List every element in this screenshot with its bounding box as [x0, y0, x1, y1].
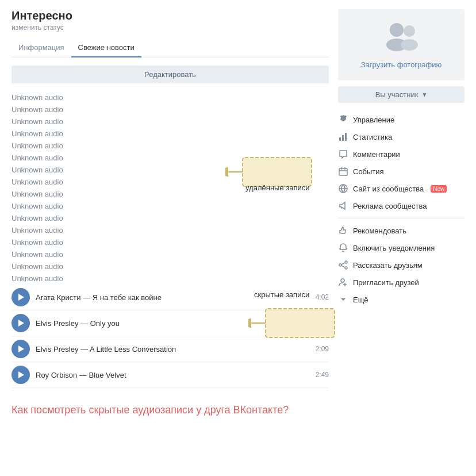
unknown-list-wrapper: Unknown audio Unknown audio Unknown audi…: [11, 91, 329, 388]
audio-info-0: Агата Кристи — Я на тебе как войне: [36, 293, 310, 302]
svg-point-9: [401, 39, 418, 51]
sidebar-item-invite[interactable]: Пригласить друзей: [338, 274, 465, 291]
list-item: Unknown audio: [11, 164, 329, 176]
member-chevron-icon: ▼: [421, 91, 427, 98]
sidebar-item-manage[interactable]: Управление: [338, 111, 465, 128]
audio-title-3: Roy Orbison — Blue Velvet: [36, 371, 126, 379]
audio-track-0: Агата Кристи — Я на тебе как войне 4:02: [11, 285, 329, 310]
member-button[interactable]: Вы участник ▼: [338, 86, 465, 103]
left-panel: Интересно изменить статус Информация Све…: [11, 9, 329, 388]
list-item: Unknown audio: [11, 103, 329, 116]
bell-icon: [338, 243, 348, 253]
list-item: Unknown audio: [11, 116, 329, 128]
svg-point-8: [404, 25, 415, 37]
sidebar-label-more: Ещё: [353, 295, 368, 304]
audio-tracks-section: Агата Кристи — Я на тебе как войне 4:02 …: [11, 285, 329, 388]
share-icon: [338, 260, 348, 270]
svg-point-18: [345, 261, 347, 263]
audio-duration-1: 2:44: [316, 319, 329, 327]
svg-point-20: [345, 267, 347, 269]
unknown-audio-section: Unknown audio Unknown audio Unknown audi…: [11, 91, 329, 285]
member-label: Вы участник: [375, 90, 419, 99]
edit-button[interactable]: Редактировать: [11, 66, 329, 83]
sidebar-label-share: Рассказать друзьям: [353, 261, 423, 270]
svg-rect-12: [345, 133, 347, 141]
group-avatar-icon: [381, 21, 422, 55]
sidebar-label-manage: Управление: [353, 116, 394, 124]
sidebar-label-stats: Статистика: [353, 133, 392, 141]
bottom-question: Как посмотреть скрытые аудиозаписи у дру…: [0, 397, 476, 425]
svg-line-21: [341, 263, 345, 264]
thumb-icon: [338, 225, 348, 236]
play-button-0[interactable]: [11, 288, 30, 306]
list-item: Unknown audio: [11, 128, 329, 140]
list-item: Unknown audio: [11, 224, 329, 236]
audio-title-1: Elvis Presley — Only you: [36, 319, 120, 328]
svg-point-6: [390, 23, 404, 37]
chevron-down-icon: [338, 294, 348, 305]
new-badge: New: [431, 185, 447, 193]
audio-title-0: Агата Кристи — Я на тебе как войне: [36, 293, 162, 302]
sidebar-label-events: События: [353, 167, 384, 176]
audio-info-2: Elvis Presley — A Little Less Conversati…: [36, 345, 310, 354]
list-item: Unknown audio: [11, 260, 329, 272]
list-item: Unknown audio: [11, 236, 329, 248]
comment-icon: [338, 149, 348, 159]
sidebar-item-more[interactable]: Ещё: [338, 291, 465, 308]
audio-title-2: Elvis Presley — A Little Less Conversati…: [36, 345, 176, 354]
sidebar-item-events[interactable]: События: [338, 163, 465, 180]
sidebar-item-share[interactable]: Рассказать друзьям: [338, 256, 465, 274]
upload-photo-button[interactable]: Загрузить фотографию: [361, 60, 442, 69]
calendar-icon: [338, 166, 348, 176]
group-status[interactable]: изменить статус: [11, 24, 329, 32]
sidebar-label-invite: Пригласить друзей: [353, 278, 419, 287]
play-button-1[interactable]: [11, 314, 30, 332]
list-item: Unknown audio: [11, 188, 329, 200]
list-item: Unknown audio: [11, 248, 329, 260]
megaphone-icon: [338, 201, 348, 211]
svg-line-22: [341, 266, 345, 267]
sidebar-label-website: Сайт из сообщества: [353, 185, 424, 193]
play-button-2[interactable]: [11, 340, 30, 358]
list-item: Unknown audio: [11, 140, 329, 152]
sidebar-label-ads: Реклама сообщества: [353, 202, 427, 210]
svg-point-23: [341, 279, 344, 282]
tab-info[interactable]: Информация: [11, 39, 71, 57]
list-item: Unknown audio: [11, 91, 329, 103]
globe-icon: [338, 183, 348, 194]
audio-duration-2: 2:09: [316, 345, 329, 353]
svg-rect-11: [342, 135, 344, 141]
tab-news[interactable]: Свежие новости: [71, 39, 141, 57]
sidebar-menu: Управление Статистика Комментарии Событи…: [338, 111, 465, 308]
audio-track-1: Elvis Presley — Only you 2:44: [11, 310, 329, 336]
sidebar-label-notify: Включить уведомления: [353, 244, 435, 252]
sidebar-item-recommend[interactable]: Рекомендовать: [338, 222, 465, 239]
sidebar-label-recommend: Рекомендовать: [353, 227, 406, 235]
sidebar-item-notify[interactable]: Включить уведомления: [338, 239, 465, 256]
unknown-audio-list: Unknown audio Unknown audio Unknown audi…: [11, 91, 329, 285]
list-item: Unknown audio: [11, 212, 329, 224]
tabs-bar: Информация Свежие новости: [11, 39, 329, 57]
audio-track-2: Elvis Presley — A Little Less Conversati…: [11, 336, 329, 362]
group-title: Интересно: [11, 9, 329, 22]
person-add-icon: [338, 277, 348, 287]
audio-track-3: Roy Orbison — Blue Velvet 2:49: [11, 362, 329, 388]
svg-point-19: [339, 264, 341, 266]
menu-separator: [338, 218, 465, 218]
photo-upload-box: Загрузить фотографию: [338, 9, 465, 80]
sidebar-item-ads[interactable]: Реклама сообщества: [338, 197, 465, 214]
audio-info-1: Elvis Presley — Only you: [36, 319, 310, 328]
chart-icon: [338, 132, 348, 142]
sidebar-item-stats[interactable]: Статистика: [338, 128, 465, 145]
gear-icon: [338, 114, 348, 125]
sidebar-item-comments[interactable]: Комментарии: [338, 145, 465, 163]
list-item: Unknown audio: [11, 152, 329, 164]
list-item: Unknown audio: [11, 200, 329, 212]
list-item: Unknown audio: [11, 176, 329, 188]
audio-info-3: Roy Orbison — Blue Velvet: [36, 371, 310, 379]
svg-rect-13: [339, 168, 347, 175]
sidebar-item-website[interactable]: Сайт из сообщества New: [338, 180, 465, 197]
audio-duration-0: 4:02: [316, 293, 329, 301]
svg-rect-10: [339, 137, 341, 141]
play-button-3[interactable]: [11, 366, 30, 384]
